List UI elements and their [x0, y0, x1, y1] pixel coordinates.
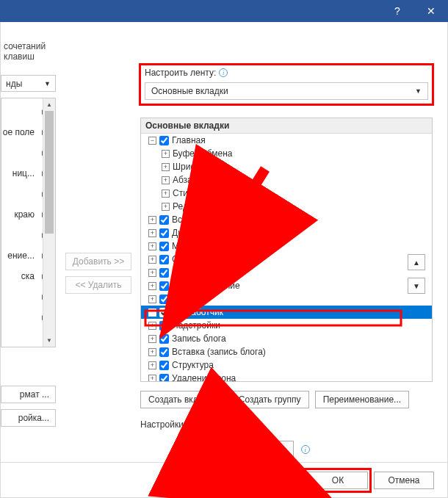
- rename-button[interactable]: Переименование...: [315, 391, 410, 408]
- expand-icon[interactable]: +: [162, 190, 170, 198]
- left-panel: сочетаний клавиш нды ▼ ▶ое поле▶▶ниц...▶…: [1, 22, 56, 461]
- expand-icon[interactable]: +: [148, 361, 156, 369]
- tree-node[interactable]: +Дизайн: [141, 226, 432, 239]
- tree-node[interactable]: +Буфер обмена: [141, 147, 432, 160]
- dialog-content: сочетаний клавиш нды ▼ ▶ое поле▶▶ниц...▶…: [0, 22, 448, 498]
- tree-node[interactable]: +Абзац: [141, 173, 432, 187]
- tree-checkbox[interactable]: [159, 361, 169, 370]
- tree-node[interactable]: +Надстройки: [141, 319, 432, 332]
- tree-label: Стили: [173, 188, 198, 198]
- tree-checkbox[interactable]: [159, 228, 169, 238]
- ribbon-combo[interactable]: Основные вкладки ▼: [145, 82, 428, 100]
- left-combo-value: нды: [6, 79, 22, 89]
- expand-icon[interactable]: +: [162, 176, 170, 184]
- info-icon[interactable]: i: [219, 68, 228, 77]
- ok-button[interactable]: ОК: [308, 472, 368, 489]
- scrollbar[interactable]: ▲ ▼: [43, 98, 55, 347]
- info-icon[interactable]: i: [301, 445, 310, 454]
- move-up-button[interactable]: ▲: [408, 254, 425, 270]
- tree-node[interactable]: +Редактирование: [141, 200, 432, 213]
- tree-label: Структура: [172, 360, 214, 370]
- expand-icon[interactable]: +: [148, 335, 156, 343]
- expand-icon[interactable]: +: [148, 322, 156, 330]
- tree-node[interactable]: +Запись блога: [141, 332, 432, 345]
- left-format-button[interactable]: рмат ...: [1, 386, 56, 403]
- cancel-button[interactable]: Отмена: [374, 472, 434, 489]
- left-title: сочетаний клавиш: [1, 41, 56, 75]
- tree-label: Ссылки: [172, 254, 203, 264]
- tree-label: Абзац: [173, 175, 198, 185]
- expand-icon[interactable]: +: [148, 256, 156, 264]
- tab-buttons-row: Создать вкладку Создать группу Переимено…: [140, 391, 433, 408]
- tree-node[interactable]: +Рассылки: [141, 266, 432, 279]
- left-config-button[interactable]: ройка...: [1, 409, 56, 427]
- expand-icon[interactable]: +: [148, 295, 156, 303]
- tree-checkbox[interactable]: [159, 268, 169, 278]
- left-list[interactable]: ▶ое поле▶▶ниц...▶▶краю▶▶ение...▶ска▶▶▶ ▲…: [1, 98, 56, 347]
- tree-node[interactable]: +Макет: [141, 239, 432, 253]
- remove-button: << Удалить: [65, 276, 131, 294]
- tree-label: Надстройки: [172, 320, 220, 331]
- transfer-buttons: Добавить >> << Удалить: [65, 253, 131, 300]
- tree-node[interactable]: +Шрифт: [141, 160, 432, 173]
- new-tab-button[interactable]: Создать вкладку: [140, 391, 225, 408]
- tree-node[interactable]: +Структура: [141, 358, 432, 372]
- tree-node[interactable]: +Ссылки: [141, 253, 432, 266]
- expand-icon[interactable]: +: [148, 282, 156, 290]
- tree-checkbox[interactable]: [159, 374, 169, 382]
- tree-label: Вид: [172, 294, 188, 304]
- move-down-button[interactable]: ▼: [408, 278, 425, 294]
- tree-label: Запись блога: [172, 333, 226, 344]
- tree-node[interactable]: −Главная: [141, 134, 432, 147]
- tree-node[interactable]: +Рецензирование: [141, 279, 432, 292]
- expand-icon[interactable]: +: [148, 348, 156, 356]
- help-button[interactable]: ?: [380, 0, 414, 22]
- tree-node[interactable]: +Разработчик: [141, 306, 432, 319]
- tree-checkbox[interactable]: [159, 334, 169, 344]
- tree-label: Рецензирование: [172, 281, 240, 291]
- tree-checkbox[interactable]: [159, 347, 169, 357]
- tree-label: Редактирование: [173, 201, 239, 212]
- import-export-dropdown[interactable]: Импорт и экспорт ▼: [198, 441, 294, 458]
- expand-icon[interactable]: +: [162, 150, 170, 158]
- new-group-button[interactable]: Создать группу: [231, 391, 309, 408]
- tree-label: Макет: [172, 241, 197, 251]
- expand-icon[interactable]: +: [162, 203, 170, 211]
- tree-node[interactable]: +Удаление фона: [141, 372, 432, 381]
- tree-checkbox[interactable]: [159, 308, 169, 317]
- tree-label: Буфер обмена: [173, 148, 233, 159]
- add-button: Добавить >>: [65, 253, 131, 270]
- reorder-controls: ▲ ▼: [408, 254, 425, 294]
- tree-checkbox[interactable]: [159, 255, 169, 264]
- expand-icon[interactable]: +: [148, 375, 156, 382]
- tree-node[interactable]: +Вид: [141, 292, 432, 306]
- info-icon[interactable]: i: [250, 420, 259, 429]
- expand-icon[interactable]: +: [162, 163, 170, 171]
- settings-row: Настройки: Сброс ▼ i: [140, 416, 433, 433]
- tree-node[interactable]: +Стили: [141, 187, 432, 200]
- tree-node[interactable]: +Вставка (запись блога): [141, 345, 432, 358]
- expand-icon[interactable]: +: [148, 308, 156, 317]
- left-combo[interactable]: нды ▼: [1, 75, 56, 92]
- expand-icon[interactable]: +: [148, 269, 156, 277]
- expand-icon[interactable]: +: [148, 216, 156, 224]
- tree-checkbox[interactable]: [159, 281, 169, 291]
- close-button[interactable]: ✕: [414, 0, 448, 22]
- scroll-thumb[interactable]: [45, 111, 54, 234]
- scroll-up-icon[interactable]: ▲: [43, 98, 55, 111]
- tree-checkbox[interactable]: [159, 242, 169, 251]
- tree-label: Вставка (запись блога): [172, 347, 266, 357]
- expand-icon[interactable]: +: [148, 242, 156, 250]
- tree-checkbox[interactable]: [159, 136, 169, 145]
- tree-label: Удаление фона: [172, 373, 236, 381]
- chevron-down-icon: ▼: [44, 80, 51, 87]
- tree-label: Главная: [172, 135, 206, 145]
- tree-checkbox[interactable]: [159, 321, 169, 331]
- tree-checkbox[interactable]: [159, 215, 169, 225]
- tree-node[interactable]: +Вставка: [141, 213, 432, 226]
- reset-dropdown[interactable]: Сброс ▼: [193, 416, 243, 433]
- collapse-icon[interactable]: −: [148, 137, 156, 145]
- tree-checkbox[interactable]: [159, 295, 169, 304]
- scroll-down-icon[interactable]: ▼: [43, 334, 55, 347]
- expand-icon[interactable]: +: [148, 229, 156, 237]
